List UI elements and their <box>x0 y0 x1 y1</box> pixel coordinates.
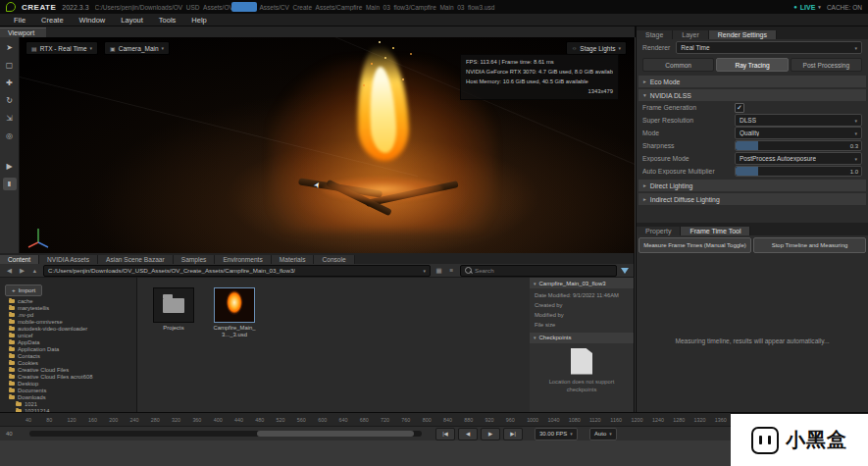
pause-button-icon[interactable]: ‖ <box>3 178 17 190</box>
tab-asian-scene-bazaar[interactable]: Asian Scene Bazaar <box>98 255 174 264</box>
select-tool-icon[interactable]: ➤ <box>3 41 17 54</box>
timeline-tick-label: 800 <box>423 417 443 423</box>
chevron-right-icon: ▸ <box>643 196 646 202</box>
tab-common[interactable]: Common <box>642 58 714 72</box>
scrollbar-thumb[interactable] <box>257 431 414 437</box>
tree-folder-item[interactable]: cache <box>0 298 136 305</box>
tab-ray-tracing[interactable]: Ray Tracing <box>716 58 788 72</box>
scale-tool-icon[interactable]: ⇲ <box>3 112 17 125</box>
playback-mode-dropdown[interactable]: Auto ▾ <box>589 428 617 440</box>
tree-folder-item[interactable]: Downloads <box>0 394 136 401</box>
tree-folder-item[interactable]: mobile-omniverse <box>0 319 136 326</box>
hamburger-menu-icon: ▤ <box>31 45 37 52</box>
tab-samples[interactable]: Samples <box>174 255 216 264</box>
menu-item[interactable]: Help <box>183 16 214 25</box>
checkpoints-header[interactable]: ▾ Checkpoints <box>530 333 634 343</box>
live-sync-button[interactable]: ● LIVE ▾ <box>793 4 821 11</box>
rotate-tool-icon[interactable]: ↻ <box>3 94 17 107</box>
move-tool-icon[interactable]: ✚ <box>3 77 17 89</box>
sharpness-slider[interactable]: 0.3 <box>735 140 862 151</box>
performance-stats-overlay: FPS: 113.64 | Frame time: 8.61 ms NVIDIA… <box>460 54 619 100</box>
tab-frame-time-tool[interactable]: Frame Time Tool <box>681 227 750 235</box>
up-icon[interactable]: ▴ <box>30 267 39 275</box>
tree-folder-item[interactable]: 1021 <box>0 401 136 408</box>
tab-property[interactable]: Property <box>637 227 681 235</box>
dlss-mode-select[interactable]: Quality ▾ <box>735 127 862 139</box>
stop-timeline-button[interactable]: Stop Timeline and Measuring <box>753 237 866 253</box>
menu-item[interactable]: File <box>6 16 33 25</box>
timeline-tick-label: 1120 <box>589 417 610 423</box>
tree-folder-item[interactable]: Contacts <box>0 353 136 360</box>
section-indirect-diffuse-lighting[interactable]: ▸ Indirect Diffuse Lighting <box>638 193 866 205</box>
section-eco-mode[interactable]: ▸ Eco Mode <box>638 76 866 87</box>
gpu-memory-stat: NVIDIA GeForce RTX 3070: 4.7 GiB used, 8… <box>466 68 613 78</box>
back-icon[interactable]: ◀ <box>5 267 14 275</box>
playback-button[interactable]: ▶ <box>481 428 500 440</box>
asset-details-header[interactable]: ▾ Campfire_Main_03_flow3 <box>530 278 634 288</box>
tab-post-processing[interactable]: Post Processing <box>791 58 862 72</box>
tree-folder-item[interactable]: marytestellis <box>0 305 136 312</box>
camera-dropdown[interactable]: ▣ Camera_Main ▾ <box>104 41 170 55</box>
grid-item-projects[interactable]: Projects <box>151 287 196 332</box>
tree-folder-item[interactable]: Creative Cloud Files acrot608 <box>0 374 136 381</box>
tab-viewport[interactable]: Viewport <box>0 27 46 37</box>
path-input[interactable]: C:/Users/penjin/Downloads/OV_USD_Assets/… <box>43 265 431 277</box>
super-resolution-select[interactable]: DLSS ▾ <box>735 114 862 127</box>
tab-stage[interactable]: Stage <box>637 30 673 39</box>
auto-exposure-slider[interactable]: 1.0 <box>735 166 862 177</box>
playback-button[interactable]: ▶| <box>503 428 523 440</box>
section-direct-lighting[interactable]: ▸ Direct Lighting <box>638 180 866 191</box>
tree-folder-item[interactable]: Desktop <box>0 381 136 388</box>
search-input[interactable]: Search <box>460 265 617 277</box>
playback-button[interactable]: ◀ <box>458 428 478 440</box>
tree-folder-item[interactable]: Application Data <box>0 346 136 353</box>
renderer-mode-dropdown[interactable]: ▤ RTX - Real Time ▾ <box>26 41 98 55</box>
import-button[interactable]: + Import <box>5 285 42 296</box>
grid-item-campfire-usd[interactable]: Campfire_Main_3..._3.usd <box>212 287 257 339</box>
renderer-select[interactable]: Real Time ▾ <box>676 41 862 54</box>
filter-icon[interactable] <box>621 268 629 274</box>
tree-folder-item[interactable]: AppData <box>0 339 136 346</box>
tab-render-settings[interactable]: Render Settings <box>709 30 777 39</box>
tab-layer[interactable]: Layer <box>673 30 709 39</box>
frame-time-tool-buttons: Measure Frame Times (Manual Toggle) Stop… <box>637 235 868 255</box>
timeline-tick-label: 1160 <box>610 417 631 423</box>
menu-item[interactable]: Create <box>33 16 72 25</box>
playback-button[interactable]: |◀ <box>435 428 455 440</box>
frame-generation-checkbox[interactable]: ✓ <box>735 103 744 113</box>
tree-folder-item[interactable]: .nv-pd <box>0 312 136 319</box>
folder-icon <box>9 388 15 392</box>
menu-item[interactable]: Window <box>72 16 114 25</box>
tree-folder-item[interactable]: autodesk-video-downloader <box>0 326 136 333</box>
timeline-playhead[interactable] <box>231 2 257 12</box>
tree-folder-item[interactable]: Documents <box>0 388 136 394</box>
exposure-mode-select[interactable]: PostProcess Autoexposure ▾ <box>735 152 862 165</box>
list-view-icon[interactable]: ≡ <box>447 267 456 274</box>
viewport-canvas[interactable]: ➤ ▤ RTX - Real Time ▾ ▣ Camera_Main ▾ ☼ … <box>20 37 635 253</box>
fps-dropdown[interactable]: 30.00 FPS ▾ <box>535 428 578 440</box>
title-bar: CREATE 2022.3.3 C:/Users/penjin/Download… <box>0 0 868 14</box>
stage-lights-dropdown[interactable]: ☼ Stage Lights ▾ <box>566 41 627 55</box>
play-button-icon[interactable]: ▶ <box>3 160 17 173</box>
app-name: CREATE <box>22 3 56 12</box>
tree-folder-item[interactable]: Cookies <box>0 360 136 367</box>
marquee-select-tool-icon[interactable]: ▢ <box>3 59 17 72</box>
grid-view-icon[interactable]: ▦ <box>434 267 443 275</box>
tab-nvidia-assets[interactable]: NVIDIA Assets <box>39 255 98 264</box>
forward-icon[interactable]: ▶ <box>18 267 26 275</box>
axis-gizmo <box>26 224 51 249</box>
tab-content[interactable]: Content <box>0 255 39 264</box>
tab-environments[interactable]: Environments <box>215 255 271 264</box>
tree-folder-item[interactable]: unicef <box>0 333 136 339</box>
menu-item[interactable]: Layout <box>113 16 151 25</box>
tree-folder-item[interactable]: Creative Cloud Files <box>0 367 136 374</box>
snap-tool-icon[interactable]: ◎ <box>3 129 17 142</box>
timeline-scrollbar[interactable] <box>29 431 422 437</box>
folder-icon <box>9 299 15 303</box>
timeline-tick-label: 760 <box>401 417 422 423</box>
section-nvidia-dlss[interactable]: ▾ NVIDIA DLSS <box>638 89 866 101</box>
measure-frame-times-button[interactable]: Measure Frame Times (Manual Toggle) <box>638 237 751 253</box>
tab-console[interactable]: Console <box>314 255 354 264</box>
menu-item[interactable]: Tools <box>151 16 184 25</box>
tab-materials[interactable]: Materials <box>272 255 315 264</box>
